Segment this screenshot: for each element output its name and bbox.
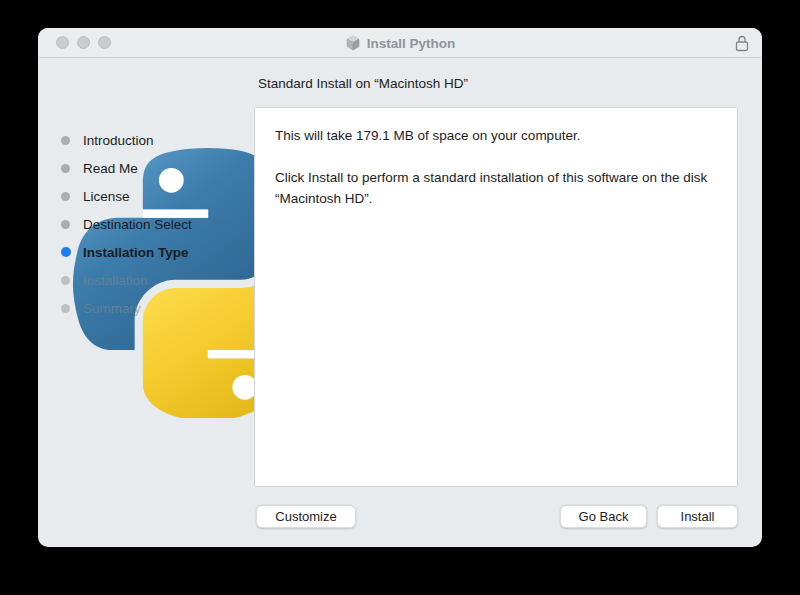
package-icon — [345, 35, 361, 51]
step-bullet — [61, 192, 70, 201]
titlebar: Install Python — [38, 28, 762, 58]
window-title: Install Python — [367, 36, 456, 51]
step-bullet — [61, 304, 70, 313]
zoom-button[interactable] — [98, 36, 111, 49]
step-bullet — [61, 220, 70, 229]
step-destination-select: Destination Select — [61, 210, 192, 238]
step-bullet — [61, 276, 70, 285]
step-introduction: Introduction — [61, 126, 192, 154]
traffic-lights — [56, 36, 111, 49]
installer-window: Install Python Standard Install on “Maci… — [38, 28, 762, 547]
install-instructions-text: Click Install to perform a standard inst… — [275, 167, 717, 209]
step-read-me: Read Me — [61, 154, 192, 182]
step-summary: Summary — [61, 294, 192, 322]
go-back-button[interactable]: Go Back — [560, 505, 647, 528]
step-installation-type: Installation Type — [61, 238, 192, 266]
step-bullet-active — [61, 247, 71, 257]
step-bullet — [61, 164, 70, 173]
customize-button[interactable]: Customize — [256, 505, 356, 528]
installer-steps: Introduction Read Me License Destination… — [61, 126, 192, 322]
step-bullet — [61, 136, 70, 145]
install-button[interactable]: Install — [657, 505, 738, 528]
content-panel: This will take 179.1 MB of space on your… — [254, 107, 738, 487]
close-button[interactable] — [56, 36, 69, 49]
space-required-text: This will take 179.1 MB of space on your… — [275, 125, 717, 146]
step-installation: Installation — [61, 266, 192, 294]
lock-icon[interactable] — [735, 35, 749, 56]
minimize-button[interactable] — [77, 36, 90, 49]
step-license: License — [61, 182, 192, 210]
page-title: Standard Install on “Macintosh HD” — [258, 76, 468, 91]
